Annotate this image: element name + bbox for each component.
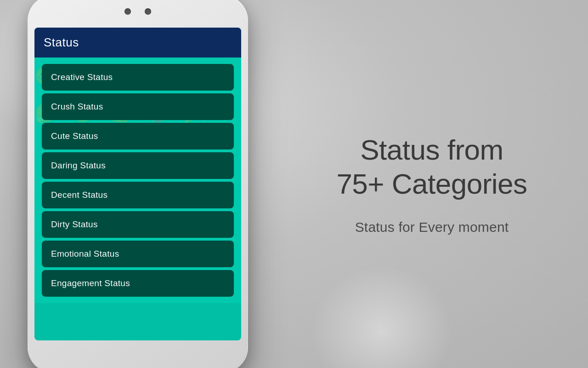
list-item-label: Engagement Status xyxy=(51,278,130,288)
list-item-label: Dirty Status xyxy=(51,219,98,229)
camera-dot-right xyxy=(145,8,151,15)
list-item[interactable]: Decent Status xyxy=(42,182,234,208)
right-panel: Status from75+ Categories Status for Eve… xyxy=(276,0,588,368)
phone-screen: Status Creative Status Crush Status Cute… xyxy=(34,28,241,340)
app-header: Status xyxy=(34,28,241,58)
list-item-label: Decent Status xyxy=(51,190,107,200)
main-headline: Status from75+ Categories xyxy=(336,133,527,201)
list-item[interactable]: Engagement Status xyxy=(42,270,234,297)
list-item[interactable]: Daring Status xyxy=(42,152,234,179)
sub-headline: Status for Every moment xyxy=(355,219,509,235)
app-title: Status xyxy=(44,35,79,50)
camera-dot-left xyxy=(124,8,131,15)
list-item-label: Daring Status xyxy=(51,161,106,170)
status-list: Creative Status Crush Status Cute Status… xyxy=(34,58,241,303)
list-item[interactable]: Dirty Status xyxy=(42,211,234,238)
phone-top-bar xyxy=(124,8,151,15)
list-item-label: Creative Status xyxy=(51,72,113,82)
list-item[interactable]: Emotional Status xyxy=(42,241,234,267)
list-item-label: Emotional Status xyxy=(51,249,119,259)
list-item[interactable]: Cute Status xyxy=(42,123,234,150)
list-item-label: Crush Status xyxy=(51,102,103,111)
list-item-label: Cute Status xyxy=(51,131,98,141)
phone-shell: Status Creative Status Crush Status Cute… xyxy=(28,0,248,368)
list-item[interactable]: Crush Status xyxy=(42,93,234,120)
list-item[interactable]: Creative Status xyxy=(42,64,234,91)
phone-mockup: Status Creative Status Crush Status Cute… xyxy=(28,0,248,368)
